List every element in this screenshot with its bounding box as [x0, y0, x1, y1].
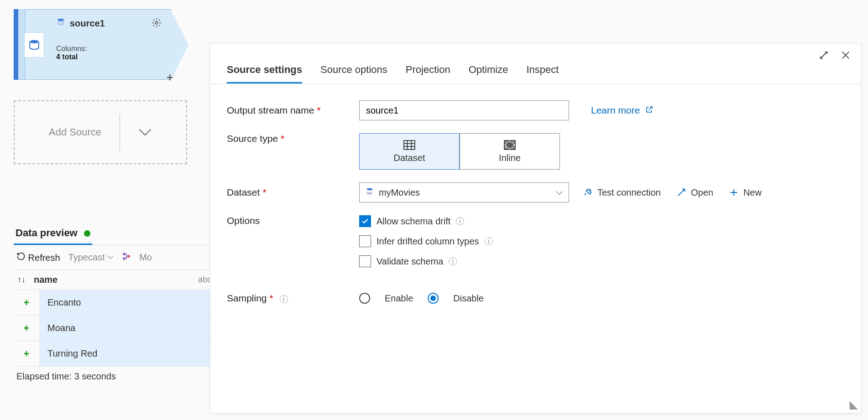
node-handle[interactable]: [14, 9, 18, 80]
table-header[interactable]: ↑↓ name abc ↑: [14, 270, 224, 290]
settings-panel: Source settings Source options Projectio…: [210, 43, 861, 413]
modify-button[interactable]: Mo: [139, 252, 152, 263]
table-row[interactable]: + Turning Red: [14, 341, 224, 367]
svg-rect-6: [123, 258, 125, 260]
output-stream-input[interactable]: [359, 100, 569, 120]
expand-icon[interactable]: +: [14, 348, 39, 360]
svg-rect-7: [128, 255, 130, 258]
gear-icon[interactable]: [152, 18, 162, 30]
tab-projection[interactable]: Projection: [406, 64, 450, 83]
test-connection-button[interactable]: Test connection: [583, 187, 661, 198]
source-type-label: Source type*: [227, 133, 359, 144]
external-link-icon: [645, 105, 654, 115]
info-icon[interactable]: i: [280, 295, 288, 303]
source-node[interactable]: sql source1 Columns: 4 total +: [14, 9, 171, 80]
sampling-enable-radio[interactable]: [359, 293, 370, 304]
tab-optimize[interactable]: Optimize: [469, 64, 508, 83]
typecast-button[interactable]: Typecast: [68, 252, 114, 263]
map-drifted-icon[interactable]: [122, 252, 131, 263]
tab-source-settings[interactable]: Source settings: [227, 64, 302, 83]
table-row[interactable]: + Moana: [14, 316, 224, 341]
elapsed-time: Elapsed time: 3 seconds: [14, 367, 224, 386]
sql-icon: sql: [56, 18, 65, 29]
sampling-label: Sampling* i: [227, 293, 359, 304]
dataset-select[interactable]: sql myMovies: [359, 182, 569, 202]
node-title: source1: [70, 18, 105, 29]
flow-canvas: sql source1 Columns: 4 total + Add Sourc…: [14, 9, 233, 164]
database-icon: [24, 32, 44, 57]
node-handle-alt[interactable]: [18, 9, 25, 80]
preview-table: ↑↓ name abc ↑ + Encanto + Moana + Turnin…: [14, 270, 224, 367]
validate-schema-checkbox[interactable]: [359, 255, 371, 267]
divider: [120, 114, 120, 150]
infer-drifted-checkbox[interactable]: [359, 235, 371, 247]
svg-text:sql: sql: [367, 192, 371, 194]
node-body[interactable]: sql source1 Columns: 4 total: [25, 9, 171, 80]
refresh-button[interactable]: Refresh: [16, 252, 60, 263]
column-name: name: [34, 275, 58, 285]
svg-point-0: [30, 40, 39, 43]
new-button[interactable]: New: [729, 187, 762, 198]
table-row[interactable]: + Encanto: [14, 290, 224, 316]
open-button[interactable]: Open: [676, 187, 713, 198]
tab-source-options[interactable]: Source options: [320, 64, 387, 83]
data-preview-section: Data preview Refresh Typecast Mo ↑↓ name…: [14, 223, 224, 386]
learn-more-link[interactable]: Learn more: [591, 105, 654, 116]
dataset-label: Dataset*: [227, 187, 359, 198]
info-icon[interactable]: i: [456, 217, 464, 225]
dataset-value: myMovies: [379, 187, 420, 198]
resize-grip-icon[interactable]: ◢: [850, 398, 858, 411]
svg-rect-5: [123, 253, 125, 255]
tab-inspect[interactable]: Inspect: [526, 64, 559, 83]
cell: Encanto: [39, 290, 224, 315]
svg-text:sql: sql: [58, 21, 63, 25]
chevron-down-icon[interactable]: [138, 124, 152, 140]
sampling-disable-radio[interactable]: [428, 293, 439, 304]
add-source-button[interactable]: Add Source: [14, 100, 187, 164]
info-icon[interactable]: i: [485, 237, 493, 245]
options-label: Options: [227, 215, 359, 226]
columns-value: 4 total: [56, 53, 78, 61]
add-step-button[interactable]: +: [167, 70, 173, 84]
expand-icon[interactable]: [819, 50, 829, 63]
chevron-down-icon: [556, 187, 563, 198]
tab-data-preview[interactable]: Data preview: [14, 223, 92, 245]
cell: Turning Red: [39, 341, 224, 366]
source-type-inline[interactable]: Inline: [460, 133, 560, 170]
cell: Moana: [39, 316, 224, 341]
columns-label: Columns:: [56, 45, 162, 53]
status-dot-icon: [84, 230, 90, 237]
infer-drifted-label: Infer drifted column types: [376, 236, 479, 247]
validate-schema-label: Validate schema: [376, 256, 443, 267]
sampling-disable-label: Disable: [453, 293, 484, 304]
sampling-enable-label: Enable: [385, 293, 413, 304]
svg-point-10: [366, 188, 372, 190]
allow-schema-drift-label: Allow schema drift: [376, 216, 450, 227]
sort-icon[interactable]: ↑↓: [17, 275, 26, 285]
source-type-dataset[interactable]: Dataset: [359, 133, 460, 170]
add-source-label: Add Source: [49, 126, 101, 138]
sql-icon: sql: [365, 187, 374, 198]
info-icon[interactable]: i: [449, 257, 457, 265]
expand-icon[interactable]: +: [14, 297, 39, 309]
allow-schema-drift-checkbox[interactable]: [359, 215, 371, 227]
output-stream-label: Output stream name*: [227, 105, 359, 116]
close-icon[interactable]: [841, 50, 851, 63]
panel-tabs: Source settings Source options Projectio…: [210, 44, 861, 84]
expand-icon[interactable]: +: [14, 322, 39, 334]
svg-rect-8: [404, 140, 415, 150]
svg-point-4: [155, 21, 158, 24]
